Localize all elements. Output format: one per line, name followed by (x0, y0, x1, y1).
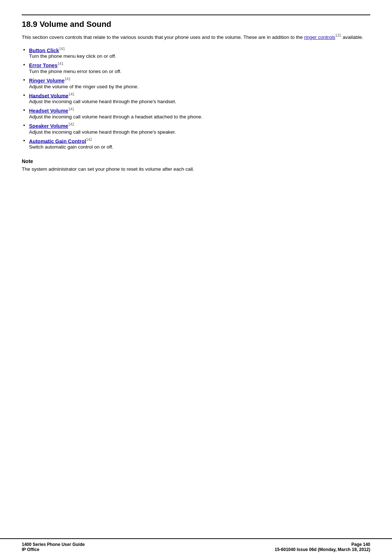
ringer-controls-page-ref: 131 (335, 33, 342, 37)
handset-volume-desc: Adjust the incoming call volume heard th… (29, 99, 370, 104)
page-container: 18.9 Volume and Sound This section cover… (0, 0, 392, 555)
automatic-gain-control-link[interactable]: Automatic Gain Control (29, 138, 86, 144)
footer-right: Page 140 15-601040 Issue 06d (Monday, Ma… (275, 542, 370, 552)
page-ref-4: 141 (68, 107, 74, 111)
footer-issue-info: 15-601040 Issue 06d (Monday, March 19, 2… (275, 547, 370, 552)
page-title: 18.9 Volume and Sound (22, 20, 370, 29)
list-item: Automatic Gain Control142 Switch automat… (29, 138, 370, 150)
automatic-gain-control-desc: Switch automatic gain control on or off. (29, 144, 370, 150)
button-click-desc: Turn the phone menu key click on or off. (29, 53, 370, 59)
list-item: Button Click141 Turn the phone menu key … (29, 47, 370, 59)
error-tones-desc: Turn the phone menu error tones on or of… (29, 69, 370, 74)
list-item: Handset Volume141 Adjust the incoming ca… (29, 92, 370, 105)
intro-paragraph: This section covers controls that relate… (22, 33, 370, 41)
list-item: Headset Volume141 Adjust the incoming ca… (29, 107, 370, 119)
footer-page-number: Page 140 (351, 542, 370, 547)
footer-left: 1400 Series Phone User Guide IP Office (22, 542, 85, 552)
note-title: Note (22, 158, 370, 164)
speaker-volume-desc: Adjust the incoming call volume heard th… (29, 129, 370, 135)
intro-text-before-link: This section covers controls that relate… (22, 35, 304, 40)
page-footer: 1400 Series Phone User Guide IP Office P… (0, 538, 392, 555)
button-click-link[interactable]: Button Click (29, 47, 59, 53)
headset-volume-desc: Adjust the incoming call volume heard th… (29, 114, 370, 119)
ringer-volume-link[interactable]: Ringer Volume (29, 78, 65, 84)
list-item: Speaker Volume142 Adjust the incoming ca… (29, 122, 370, 135)
ringer-controls-link[interactable]: ringer controls (304, 35, 335, 40)
note-section: Note The system administrator can set yo… (22, 158, 370, 173)
page-ref-0: 141 (59, 47, 65, 51)
footer-product-name: 1400 Series Phone User Guide (22, 542, 85, 547)
page-ref-1: 141 (57, 62, 64, 66)
page-ref-5: 142 (68, 122, 74, 126)
error-tones-link[interactable]: Error Tones (29, 62, 57, 68)
footer-brand-name: IP Office (22, 547, 85, 552)
handset-volume-link[interactable]: Handset Volume (29, 93, 69, 98)
headset-volume-link[interactable]: Headset Volume (29, 108, 68, 114)
speaker-volume-link[interactable]: Speaker Volume (29, 123, 68, 129)
page-ref-3: 141 (69, 92, 75, 96)
note-text: The system administrator can set your ph… (22, 166, 370, 173)
list-item: Error Tones141 Turn the phone menu error… (29, 62, 370, 74)
list-item: Ringer Volume141 Adjust the volume of th… (29, 77, 370, 89)
page-ref-6: 142 (86, 138, 92, 142)
intro-text-after-link: available. (341, 35, 363, 40)
page-ref-2: 141 (65, 77, 71, 81)
top-border (22, 15, 370, 15)
ringer-volume-desc: Adjust the volume of the ringer used by … (29, 84, 370, 89)
topics-list: Button Click141 Turn the phone menu key … (22, 47, 370, 150)
